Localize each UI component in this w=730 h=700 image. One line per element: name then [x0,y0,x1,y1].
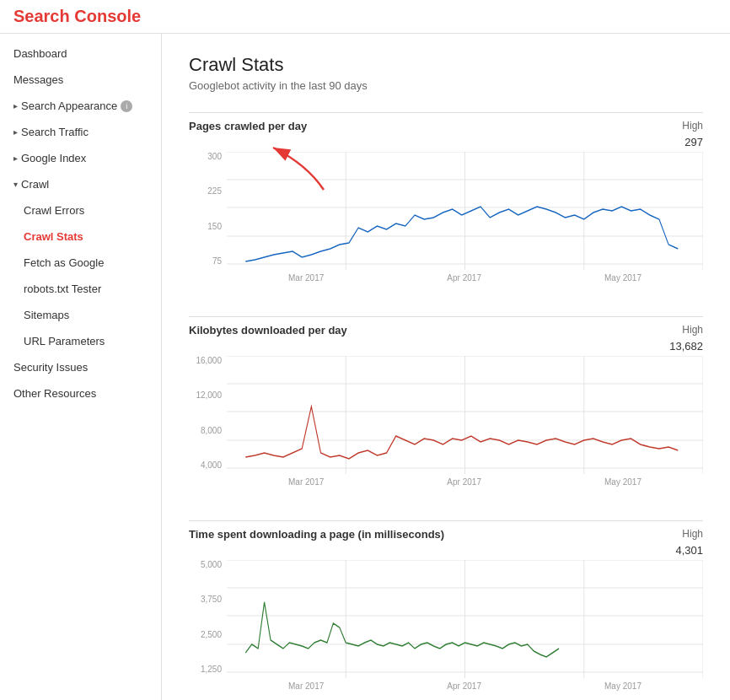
chart-svg-pages-crawled [227,152,703,270]
sidebar-label: Search Appearance [21,100,117,112]
sidebar-label: Dashboard [13,47,67,60]
y-label: 8,000 [189,426,222,435]
x-label: Apr 2017 [447,681,481,691]
chart-high-label-kilobytes-downloaded: High [682,324,703,336]
y-label: 2,500 [189,630,222,639]
sidebar-label: Crawl [21,178,49,191]
x-label: Mar 2017 [288,477,324,487]
expand-arrow-icon: ▾ [13,180,18,189]
sidebar-label: Crawl Stats [24,230,83,243]
sidebar-label: Other Resources [13,387,96,400]
page-subtitle: Googlebot activity in the last 90 days [189,79,703,92]
x-label: Mar 2017 [288,273,324,283]
main-layout: DashboardMessages▸Search Appearancei▸Sea… [0,34,730,700]
info-icon: i [121,100,132,112]
y-labels-pages-crawled: 30022515075 [189,152,227,283]
sidebar-label: Security Issues [13,361,88,374]
chart-label-kilobytes-downloaded: Kilobytes downloaded per day [189,324,347,337]
sidebar-item-other-resources[interactable]: Other Resources [0,380,161,407]
page-title: Crawl Stats [189,54,703,76]
sidebar-item-sitemaps[interactable]: Sitemaps [0,302,161,328]
chart-section-pages-crawled: Pages crawled per day High 2973002251507… [189,112,703,283]
x-label: Apr 2017 [447,477,481,487]
x-label: Mar 2017 [288,681,324,691]
chart-high-value-time-downloading: 4,301 [189,544,703,557]
chart-high-label-time-downloading: High [682,528,703,540]
chart-high-value-kilobytes-downloaded: 13,682 [189,340,703,353]
x-label: May 2017 [604,681,641,691]
x-label: May 2017 [604,477,641,487]
sidebar-item-url-parameters[interactable]: URL Parameters [0,328,161,354]
sidebar-label: Messages [13,73,63,86]
expand-arrow-icon: ▸ [13,101,18,110]
chart-svg-time-downloading [227,560,703,678]
y-label: 75 [189,256,222,266]
app-title: Search Console [13,7,717,26]
chart-svg-kilobytes-downloaded [227,356,703,474]
y-labels-time-downloading: 5,0003,7502,5001,250 [189,560,227,691]
svg-wrap-time-downloading: Mar 2017Apr 2017May 2017 [227,560,703,691]
chart-section-kilobytes-downloaded: Kilobytes downloaded per day High 13,682… [189,316,703,487]
x-labels-kilobytes-downloaded: Mar 2017Apr 2017May 2017 [227,474,703,487]
header: Search Console [0,0,730,34]
y-label: 300 [189,152,222,161]
sidebar-label: robots.txt Tester [24,283,101,295]
sidebar-item-dashboard[interactable]: Dashboard [0,40,161,67]
sidebar-label: Fetch as Google [24,256,104,269]
sidebar-label: Search Traffic [21,126,89,138]
sidebar-label: Crawl Errors [24,204,84,217]
chart-wrap-time-downloading: 5,0003,7502,5001,250 Mar 2017Apr 2017May… [189,560,703,691]
y-labels-kilobytes-downloaded: 16,00012,0008,0004,000 [189,356,227,487]
x-labels-time-downloading: Mar 2017Apr 2017May 2017 [227,678,703,691]
svg-wrap-pages-crawled: Mar 2017Apr 2017May 2017 [227,152,703,283]
chart-high-label-pages-crawled: High [682,120,703,132]
chart-label-time-downloading: Time spent downloading a page (in millis… [189,528,444,541]
svg-wrap-kilobytes-downloaded: Mar 2017Apr 2017May 2017 [227,356,703,487]
expand-arrow-icon: ▸ [13,127,18,137]
charts-container: Pages crawled per day High 2973002251507… [189,112,703,691]
y-label: 3,750 [189,595,222,604]
sidebar-label: Google Index [21,152,86,164]
chart-wrap-pages-crawled: 30022515075 Mar 2017Apr 2017May 2017 [189,152,703,283]
sidebar-item-google-index[interactable]: ▸Google Index [0,145,161,171]
x-label: May 2017 [604,273,641,283]
chart-header-kilobytes-downloaded: Kilobytes downloaded per day High [189,316,703,337]
y-label: 5,000 [189,560,222,569]
chart-label-pages-crawled: Pages crawled per day [189,120,307,132]
sidebar-label: Sitemaps [24,309,69,321]
x-labels-pages-crawled: Mar 2017Apr 2017May 2017 [227,270,703,283]
y-label: 1,250 [189,665,222,674]
sidebar-item-security-issues[interactable]: Security Issues [0,354,161,380]
sidebar-item-search-appearance[interactable]: ▸Search Appearancei [0,93,161,119]
content-area: Crawl Stats Googlebot activity in the la… [162,34,730,700]
sidebar-item-crawl-stats[interactable]: Crawl Stats [0,223,161,250]
y-label: 150 [189,222,222,231]
y-label: 4,000 [189,460,222,470]
sidebar: DashboardMessages▸Search Appearancei▸Sea… [0,34,162,700]
chart-section-time-downloading: Time spent downloading a page (in millis… [189,520,703,691]
y-label: 225 [189,186,222,196]
y-label: 12,000 [189,390,222,400]
sidebar-label: URL Parameters [24,335,105,347]
sidebar-item-search-traffic[interactable]: ▸Search Traffic [0,119,161,145]
y-label: 16,000 [189,356,222,365]
expand-arrow-icon: ▸ [13,153,18,163]
chart-wrap-kilobytes-downloaded: 16,00012,0008,0004,000 Mar 2017Apr 2017M… [189,356,703,487]
chart-header-pages-crawled: Pages crawled per day High [189,112,703,132]
chart-header-time-downloading: Time spent downloading a page (in millis… [189,520,703,541]
sidebar-item-crawl[interactable]: ▾Crawl [0,171,161,197]
x-label: Apr 2017 [447,273,481,283]
sidebar-item-fetch-as-google[interactable]: Fetch as Google [0,250,161,276]
sidebar-item-robots-txt[interactable]: robots.txt Tester [0,276,161,302]
sidebar-item-crawl-errors[interactable]: Crawl Errors [0,197,161,223]
chart-high-value-pages-crawled: 297 [189,136,703,148]
sidebar-item-messages[interactable]: Messages [0,67,161,93]
